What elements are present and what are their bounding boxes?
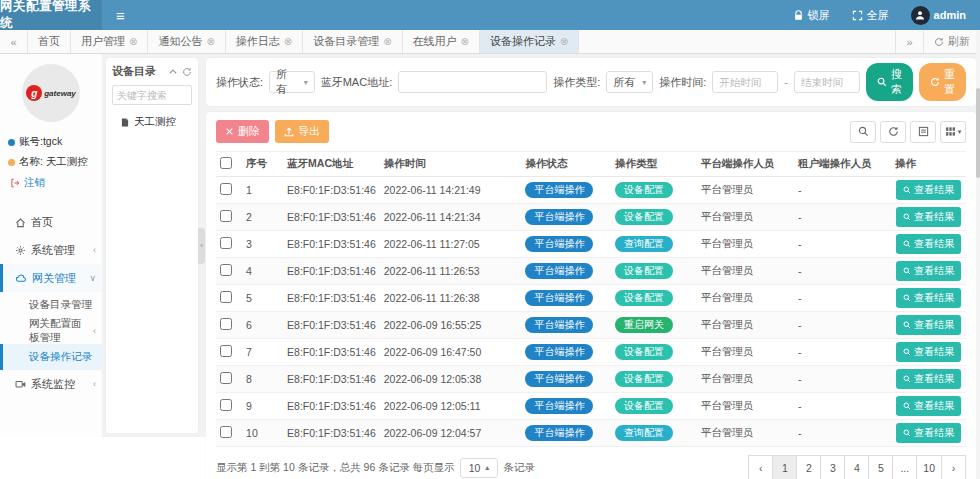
- row-checkbox[interactable]: [220, 264, 232, 276]
- row-checkbox[interactable]: [220, 372, 232, 384]
- sidebar-item-home[interactable]: 首页: [0, 208, 102, 236]
- page-label: 10: [923, 462, 935, 474]
- view-result-button[interactable]: 查看结果: [896, 396, 961, 416]
- view-result-label: 查看结果: [914, 237, 954, 251]
- page-button[interactable]: 3: [820, 455, 845, 479]
- page-button[interactable]: 10: [916, 455, 942, 479]
- chevron-left-icon: ‹: [93, 326, 96, 336]
- cell-mac: E8:F0:1F:D3:51:46: [283, 420, 380, 447]
- row-checkbox[interactable]: [220, 210, 232, 222]
- card-view-icon[interactable]: [910, 121, 936, 143]
- row-checkbox[interactable]: [220, 345, 232, 357]
- tree-refresh-icon[interactable]: [182, 67, 192, 77]
- sidebar-item-device-directory[interactable]: 设备目录管理: [0, 292, 102, 318]
- tab[interactable]: 设备操作记录 ⊗: [480, 30, 579, 53]
- view-result-button[interactable]: 查看结果: [896, 234, 961, 254]
- search-button[interactable]: 搜索: [866, 63, 913, 101]
- tab[interactable]: 设备目录管理 ⊗: [303, 30, 402, 53]
- tab[interactable]: 用户管理 ⊗: [71, 30, 148, 53]
- row-checkbox[interactable]: [220, 318, 232, 330]
- view-result-button[interactable]: 查看结果: [896, 261, 961, 281]
- page-button[interactable]: ‹: [748, 455, 773, 479]
- profile-logo[interactable]: g gateway: [22, 64, 80, 122]
- sidebar-item-system[interactable]: 系统管理 ‹: [0, 236, 102, 264]
- column-header[interactable]: 蓝牙MAC地址: [283, 152, 380, 177]
- view-result-button[interactable]: 查看结果: [896, 342, 961, 362]
- page-button[interactable]: 1: [772, 455, 797, 479]
- table-search-icon[interactable]: [850, 121, 876, 143]
- view-result-button[interactable]: 查看结果: [896, 180, 961, 200]
- column-header[interactable]: 租户端操作人员: [794, 152, 891, 177]
- tab-label: 用户管理: [81, 34, 125, 49]
- tab-close-icon[interactable]: ⊗: [129, 36, 137, 47]
- gear-icon: [15, 245, 26, 256]
- filter-bar: 操作状态: 所有 ▾ 蓝牙MAC地址: 操作类型: 所有 ▾ 操作时间: -: [206, 58, 976, 106]
- column-header[interactable]: 平台端操作人员: [697, 152, 794, 177]
- view-result-button[interactable]: 查看结果: [896, 207, 961, 227]
- tab[interactable]: 在线用户 ⊗: [403, 30, 480, 53]
- table-refresh-icon[interactable]: [880, 121, 906, 143]
- tab-close-icon[interactable]: ⊗: [560, 36, 568, 47]
- sidebar-item-gateway-panel[interactable]: 网关配置面板管理 ‹: [0, 318, 102, 344]
- page-button[interactable]: 5: [868, 455, 893, 479]
- tab[interactable]: 操作日志 ⊗: [226, 30, 303, 53]
- cell-type: 设备配置: [611, 339, 697, 366]
- column-header[interactable]: 操作状态: [521, 152, 611, 177]
- view-result-button[interactable]: 查看结果: [896, 288, 961, 308]
- tab-close-icon[interactable]: ⊗: [383, 36, 391, 47]
- cell-tenant-user: -: [794, 339, 891, 366]
- tab[interactable]: 首页: [28, 30, 71, 53]
- page-scrollbar[interactable]: [976, 30, 980, 479]
- logout-button[interactable]: 注销: [0, 172, 102, 194]
- view-result-button[interactable]: 查看结果: [896, 423, 961, 443]
- view-result-button[interactable]: 查看结果: [896, 315, 961, 335]
- row-checkbox[interactable]: [220, 399, 232, 411]
- column-header[interactable]: 操作: [891, 152, 966, 177]
- start-time-input[interactable]: [712, 71, 778, 93]
- page-button[interactable]: 4: [844, 455, 869, 479]
- select-all-checkbox[interactable]: [220, 157, 232, 169]
- sidebar-toggle-icon[interactable]: ≡: [102, 7, 139, 24]
- fullscreen-button[interactable]: 全屏: [852, 8, 889, 23]
- status-badge: 平台端操作: [525, 236, 593, 252]
- reset-button[interactable]: 重置: [919, 63, 966, 101]
- row-checkbox[interactable]: [220, 426, 232, 438]
- type-filter-select[interactable]: 所有 ▾: [606, 71, 653, 93]
- cell-mac: E8:F0:1F:D3:51:46: [283, 312, 380, 339]
- delete-button[interactable]: 删除: [216, 120, 269, 143]
- page-button[interactable]: ...: [892, 455, 917, 479]
- mac-filter-input[interactable]: [398, 71, 547, 93]
- row-checkbox[interactable]: [220, 291, 232, 303]
- view-result-button[interactable]: 查看结果: [896, 369, 961, 389]
- tree-node-tgck[interactable]: 天工测控: [112, 115, 192, 129]
- page-button[interactable]: 2: [796, 455, 821, 479]
- tab-close-icon[interactable]: ⊗: [206, 36, 214, 47]
- page-button[interactable]: ›: [941, 455, 966, 479]
- sidebar-item-device-operation-log[interactable]: 设备操作记录: [0, 344, 102, 370]
- lock-screen-button[interactable]: 锁屏: [793, 8, 830, 23]
- sidebar-item-monitor[interactable]: 系统监控 ‹: [0, 370, 102, 398]
- panel-collapse-handle[interactable]: ‹: [198, 228, 205, 264]
- collapse-up-icon[interactable]: [168, 67, 178, 77]
- scrollbar-thumb[interactable]: [976, 88, 980, 178]
- tab[interactable]: 通知公告 ⊗: [148, 30, 225, 53]
- row-checkbox[interactable]: [220, 237, 232, 249]
- tab-close-icon[interactable]: ⊗: [461, 36, 469, 47]
- tree-search-input[interactable]: [112, 85, 192, 105]
- tab-refresh-button[interactable]: 刷新: [923, 30, 980, 53]
- status-filter-select[interactable]: 所有 ▾: [269, 71, 315, 93]
- page-size-select[interactable]: 10 ▴: [460, 458, 499, 478]
- column-header[interactable]: 操作时间: [380, 152, 522, 177]
- tabs-scroll-right-icon[interactable]: »: [895, 30, 923, 53]
- tab-close-icon[interactable]: ⊗: [284, 36, 292, 47]
- tabs-scroll-left-icon[interactable]: «: [0, 30, 28, 53]
- user-menu[interactable]: admin: [911, 6, 966, 25]
- sidebar-item-gateway[interactable]: 网关管理 ∨: [0, 264, 102, 292]
- export-button[interactable]: 导出: [275, 120, 329, 143]
- pagination-pages: ‹ 1 2 3 4 5 ... 10 ›: [749, 455, 966, 479]
- column-header[interactable]: 操作类型: [611, 152, 697, 177]
- row-checkbox[interactable]: [220, 183, 232, 195]
- columns-icon[interactable]: ▾: [940, 121, 966, 143]
- end-time-input[interactable]: [794, 71, 860, 93]
- column-header[interactable]: 序号: [242, 152, 283, 177]
